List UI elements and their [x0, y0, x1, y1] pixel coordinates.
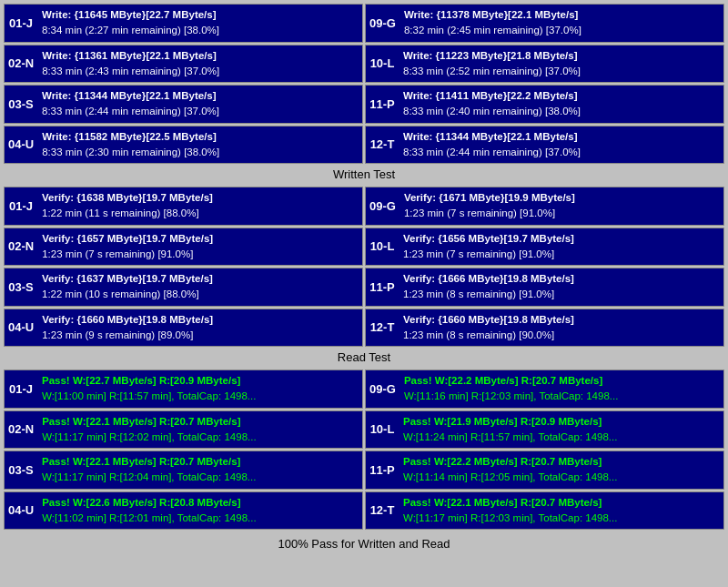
- pass-id: 12-T: [366, 492, 399, 530]
- pass-id: 03-S: [5, 451, 37, 489]
- device-id: 09-G: [366, 187, 399, 225]
- info-line2: 8:32 min (2:45 min remaining) [37.0%]: [404, 23, 719, 38]
- device-id: 11-P: [366, 86, 399, 123]
- pass-info: Pass! W:[21.9 MByte/s] R:[20.9 MByte/s]W…: [399, 411, 723, 449]
- pass-line1: Pass! W:[22.7 MByte/s] R:[20.9 MByte/s]: [42, 373, 358, 389]
- device-cell: 02-NVerify: {1657 MByte}[19.7 MByte/s]1:…: [4, 228, 363, 267]
- info-line2: 1:23 min (9 s remaining) [89.0%]: [42, 328, 358, 343]
- device-cell: 03-SWrite: {11344 MByte}[22.1 MByte/s]8:…: [4, 85, 363, 124]
- info-line2: 1:22 min (11 s remaining) [88.0%]: [42, 206, 358, 221]
- pass-info: Pass! W:[22.6 MByte/s] R:[20.8 MByte/s]W…: [37, 492, 362, 530]
- pass-line2: W:[11:24 min] R:[11:57 min], TotalCap: 1…: [403, 430, 719, 445]
- device-id: 04-U: [5, 127, 37, 164]
- device-id: 10-L: [366, 228, 399, 266]
- pass-cell: 04-UPass! W:[22.6 MByte/s] R:[20.8 MByte…: [4, 491, 363, 531]
- device-cell: 09-GWrite: {11378 MByte}[22.1 MByte/s]8:…: [365, 4, 724, 43]
- pass-id: 11-P: [366, 451, 399, 489]
- device-cell: 03-SVerify: {1637 MByte}[19.7 MByte/s]1:…: [4, 268, 363, 307]
- pass-cell: 03-SPass! W:[22.1 MByte/s] R:[20.7 MByte…: [4, 450, 363, 490]
- device-cell: 12-TVerify: {1660 MByte}[19.8 MByte/s]1:…: [365, 309, 724, 348]
- read-test-label: Read Test: [4, 347, 724, 368]
- device-cell: 12-TWrite: {11344 MByte}[22.1 MByte/s]8:…: [365, 126, 724, 165]
- info-line1: Verify: {1656 MByte}[19.7 MByte/s]: [403, 231, 719, 247]
- pass-cell: 01-JPass! W:[22.7 MByte/s] R:[20.9 MByte…: [4, 369, 363, 409]
- device-cell: 01-JVerify: {1638 MByte}[19.7 MByte/s]1:…: [4, 187, 363, 226]
- pass-line2: W:[11:00 min] R:[11:57 min], TotalCap: 1…: [42, 389, 358, 404]
- info-line2: 1:23 min (8 s remaining) [91.0%]: [403, 287, 719, 302]
- info-line1: Write: {11645 MByte}[22.7 MByte/s]: [42, 7, 358, 23]
- device-id: 09-G: [366, 5, 399, 42]
- device-info: Verify: {1657 MByte}[19.7 MByte/s]1:23 m…: [37, 228, 362, 266]
- info-line2: 1:23 min (7 s remaining) [91.0%]: [42, 247, 358, 262]
- pass-line1: Pass! W:[22.1 MByte/s] R:[20.7 MByte/s]: [42, 414, 358, 430]
- device-id: 02-N: [5, 228, 37, 266]
- device-info: Write: {11344 MByte}[22.1 MByte/s]8:33 m…: [399, 127, 723, 164]
- info-line1: Write: {11361 MByte}[22.1 MByte/s]: [42, 48, 358, 64]
- device-info: Verify: {1666 MByte}[19.8 MByte/s]1:23 m…: [399, 268, 723, 306]
- info-line2: 1:23 min (7 s remaining) [91.0%]: [403, 247, 719, 262]
- footer-label: 100% Pass for Written and Read: [4, 532, 724, 555]
- info-line2: 8:33 min (2:44 min remaining) [37.0%]: [42, 104, 358, 119]
- info-line1: Write: {11223 MByte}[21.8 MByte/s]: [403, 48, 719, 64]
- pass-info: Pass! W:[22.1 MByte/s] R:[20.7 MByte/s]W…: [399, 492, 723, 530]
- pass-info: Pass! W:[22.2 MByte/s] R:[20.7 MByte/s]W…: [399, 370, 723, 408]
- device-cell: 10-LVerify: {1656 MByte}[19.7 MByte/s]1:…: [365, 228, 724, 267]
- device-info: Write: {11344 MByte}[22.1 MByte/s]8:33 m…: [37, 86, 362, 123]
- device-id: 01-J: [5, 5, 37, 42]
- pass-cell: 09-GPass! W:[22.2 MByte/s] R:[20.7 MByte…: [365, 369, 724, 409]
- info-line1: Write: {11344 MByte}[22.1 MByte/s]: [42, 88, 358, 104]
- device-id: 03-S: [5, 86, 37, 123]
- device-id: 12-T: [366, 309, 399, 347]
- device-cell: 04-UWrite: {11582 MByte}[22.5 MByte/s]8:…: [4, 126, 363, 165]
- device-info: Verify: {1671 MByte}[19.9 MByte/s]1:23 m…: [399, 187, 723, 225]
- pass-cell: 02-NPass! W:[22.1 MByte/s] R:[20.7 MByte…: [4, 410, 363, 450]
- device-cell: 11-PWrite: {11411 MByte}[22.2 MByte/s]8:…: [365, 85, 724, 124]
- info-line1: Write: {11411 MByte}[22.2 MByte/s]: [403, 88, 719, 104]
- pass-cell: 10-LPass! W:[21.9 MByte/s] R:[20.9 MByte…: [365, 410, 724, 450]
- verify-grid: 01-JVerify: {1638 MByte}[19.7 MByte/s]1:…: [4, 187, 724, 347]
- device-cell: 01-JWrite: {11645 MByte}[22.7 MByte/s]8:…: [4, 4, 363, 43]
- device-id: 04-U: [5, 309, 37, 347]
- pass-line2: W:[11:17 min] R:[12:02 min], TotalCap: 1…: [42, 430, 358, 445]
- read-grid: 01-JPass! W:[22.7 MByte/s] R:[20.9 MByte…: [4, 369, 724, 530]
- pass-line2: W:[11:17 min] R:[12:03 min], TotalCap: 1…: [403, 511, 719, 526]
- info-line2: 8:33 min (2:44 min remaining) [37.0%]: [403, 145, 719, 160]
- pass-id: 10-L: [366, 411, 399, 449]
- device-cell: 09-GVerify: {1671 MByte}[19.9 MByte/s]1:…: [365, 187, 724, 226]
- device-info: Verify: {1638 MByte}[19.7 MByte/s]1:22 m…: [37, 187, 362, 225]
- pass-cell: 11-PPass! W:[22.2 MByte/s] R:[20.7 MByte…: [365, 450, 724, 490]
- pass-line1: Pass! W:[22.2 MByte/s] R:[20.7 MByte/s]: [404, 373, 719, 389]
- info-line1: Write: {11378 MByte}[22.1 MByte/s]: [404, 7, 719, 23]
- info-line1: Verify: {1638 MByte}[19.7 MByte/s]: [42, 190, 358, 206]
- device-cell: 11-PVerify: {1666 MByte}[19.8 MByte/s]1:…: [365, 268, 724, 307]
- info-line2: 8:33 min (2:43 min remaining) [37.0%]: [42, 64, 358, 79]
- pass-line1: Pass! W:[22.2 MByte/s] R:[20.7 MByte/s]: [403, 454, 719, 470]
- device-cell: 02-NWrite: {11361 MByte}[22.1 MByte/s]8:…: [4, 45, 363, 84]
- device-info: Verify: {1660 MByte}[19.8 MByte/s]1:23 m…: [399, 309, 723, 347]
- info-line2: 8:33 min (2:30 min remaining) [38.0%]: [42, 145, 358, 160]
- info-line2: 1:23 min (7 s remaining) [91.0%]: [404, 206, 719, 221]
- pass-line2: W:[11:14 min] R:[12:05 min], TotalCap: 1…: [403, 470, 719, 485]
- pass-info: Pass! W:[22.1 MByte/s] R:[20.7 MByte/s]W…: [37, 411, 362, 449]
- info-line1: Verify: {1637 MByte}[19.7 MByte/s]: [42, 271, 358, 287]
- info-line2: 8:34 min (2:27 min remaining) [38.0%]: [42, 23, 358, 38]
- device-info: Write: {11582 MByte}[22.5 MByte/s]8:33 m…: [37, 127, 362, 164]
- info-line2: 1:22 min (10 s remaining) [88.0%]: [42, 287, 358, 302]
- device-id: 01-J: [5, 187, 37, 225]
- info-line1: Write: {11582 MByte}[22.5 MByte/s]: [42, 129, 358, 145]
- pass-line1: Pass! W:[22.6 MByte/s] R:[20.8 MByte/s]: [42, 495, 358, 511]
- device-info: Write: {11645 MByte}[22.7 MByte/s]8:34 m…: [37, 5, 362, 42]
- pass-line1: Pass! W:[21.9 MByte/s] R:[20.9 MByte/s]: [403, 414, 719, 430]
- info-line1: Write: {11344 MByte}[22.1 MByte/s]: [403, 129, 719, 145]
- info-line1: Verify: {1657 MByte}[19.7 MByte/s]: [42, 231, 358, 247]
- pass-cell: 12-TPass! W:[22.1 MByte/s] R:[20.7 MByte…: [365, 491, 724, 531]
- info-line2: 1:23 min (8 s remaining) [90.0%]: [403, 328, 719, 343]
- device-info: Write: {11361 MByte}[22.1 MByte/s]8:33 m…: [37, 46, 362, 83]
- device-info: Verify: {1656 MByte}[19.7 MByte/s]1:23 m…: [399, 228, 723, 266]
- device-info: Write: {11378 MByte}[22.1 MByte/s]8:32 m…: [399, 5, 723, 42]
- device-cell: 04-UVerify: {1660 MByte}[19.8 MByte/s]1:…: [4, 309, 363, 348]
- info-line1: Verify: {1671 MByte}[19.9 MByte/s]: [404, 190, 719, 206]
- verify-section: 01-JVerify: {1638 MByte}[19.7 MByte/s]1:…: [4, 187, 724, 368]
- pass-line1: Pass! W:[22.1 MByte/s] R:[20.7 MByte/s]: [42, 454, 358, 470]
- pass-line1: Pass! W:[22.1 MByte/s] R:[20.7 MByte/s]: [403, 495, 719, 511]
